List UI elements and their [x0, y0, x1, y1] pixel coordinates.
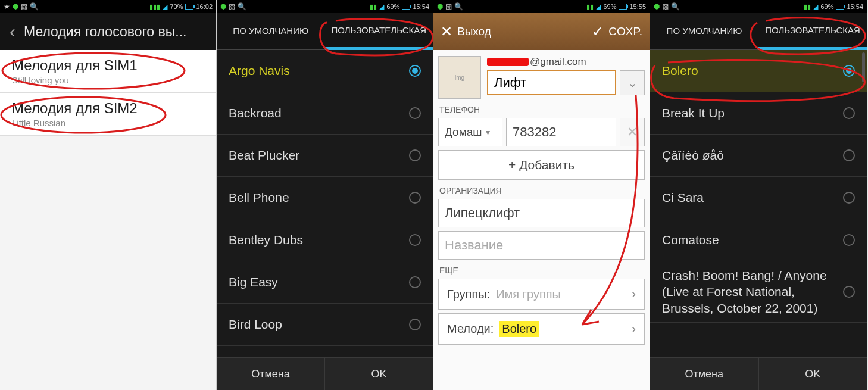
radio-icon	[409, 319, 421, 330]
search-icon: 🔍	[238, 2, 246, 11]
groups-row[interactable]: Группы: Имя группы ›	[438, 279, 645, 310]
signal2-icon: ◢	[163, 3, 167, 11]
chevron-right-icon: ›	[632, 322, 636, 337]
clock: 15:54	[413, 3, 429, 10]
save-button[interactable]: ✓ COXP.	[592, 23, 642, 40]
tab-default[interactable]: ПО УМОЛЧАНИЮ	[217, 13, 325, 50]
row-title: Мелодия для SIM2	[12, 100, 204, 117]
radio-icon	[409, 107, 421, 119]
check-icon: ✓	[592, 23, 604, 40]
org-title-field[interactable]: Название	[438, 231, 645, 260]
signal-icon: ▮▮	[370, 3, 377, 11]
section-phone: ТЕЛЕФОН	[439, 105, 644, 114]
ringtone-label: Çâîíèò øåô	[662, 148, 724, 163]
clock: 16:02	[196, 3, 213, 10]
ringtone-row[interactable]: Ci Sara	[650, 177, 867, 219]
ringtone-list[interactable]: Bolero Break It Up Çâîíèò øåô Ci Sara Co…	[650, 50, 867, 357]
battery-pct: 70%	[170, 3, 183, 10]
avatar[interactable]: img	[438, 56, 481, 99]
ringtone-label: Argo Navis	[229, 64, 290, 78]
scrollbar[interactable]	[862, 52, 865, 82]
contact-editor: img @gmail.com Лифт ⌄ ТЕЛЕФОН	[433, 50, 650, 390]
signal-icon: ▮▮	[804, 3, 811, 11]
radio-icon	[843, 149, 855, 161]
phone-type-select[interactable]: Домаш ▾	[438, 118, 502, 146]
tabs: ПО УМОЛЧАНИЮ ПОЛЬЗОВАТЕЛЬСКАЯ	[217, 13, 433, 50]
phone-screen-1: ★ ⬢ ▧ 🔍 ▮▮▮ ◢ 70% 16:02 ‹ Мелодия голосо…	[0, 0, 217, 390]
ringtone-row[interactable]: Çâîíèò øåô	[650, 135, 867, 177]
ringtone-row[interactable]: Мелоди: Bolero ›	[438, 313, 645, 345]
chevron-down-icon: ▾	[486, 127, 490, 137]
shield-icon: ⬢	[654, 2, 660, 11]
ringtone-label: Comatose	[662, 233, 719, 247]
ringtone-row[interactable]: Beat Plucker	[217, 135, 433, 177]
chevron-down-icon: ⌄	[627, 76, 638, 90]
row-title: Мелодия для SIM1	[12, 57, 204, 74]
sim2-ringtone-row[interactable]: Мелодия для SIM2 Little Russian	[0, 93, 216, 136]
ringtone-row[interactable]: Crash! Boom! Bang! / Anyone (Live at For…	[650, 261, 867, 323]
section-org: ОРГАНИЗАЦИЯ	[439, 186, 644, 195]
clear-phone-button[interactable]: ✕	[620, 118, 645, 146]
radio-icon	[843, 65, 855, 77]
shield-icon: ⬢	[437, 2, 443, 11]
ok-button[interactable]: OK	[759, 358, 867, 390]
signal2-icon: ◢	[379, 3, 384, 11]
close-icon: ✕	[627, 124, 638, 140]
ok-button[interactable]: OK	[325, 358, 433, 390]
tab-custom[interactable]: ПОЛЬЗОВАТЕЛЬСКАЯ	[325, 13, 433, 50]
header: ‹ Мелодия голосового вы...	[0, 13, 216, 50]
ringtone-row[interactable]: Backroad	[217, 92, 433, 135]
ringtone-row[interactable]: Argo Navis	[217, 50, 433, 92]
clock: 15:54	[847, 3, 863, 10]
ringtone-row[interactable]: Bell Phone	[217, 177, 433, 219]
status-bar: ★ ⬢ ▧ 🔍 ▮▮▮ ◢ 70% 16:02	[0, 0, 216, 13]
sim1-ringtone-row[interactable]: Мелодия для SIM1 Still loving you	[0, 50, 216, 93]
ringtone-label: Crash! Boom! Bang! / Anyone (Live at For…	[662, 267, 829, 316]
ringtone-picker: ПО УМОЛЧАНИЮ ПОЛЬЗОВАТЕЛЬСКАЯ Argo Navis…	[217, 13, 433, 390]
shield-icon: ⬢	[13, 2, 18, 11]
ringtone-row[interactable]: Big Easy	[217, 261, 433, 304]
ringtone-row[interactable]: Bentley Dubs	[217, 219, 433, 261]
groups-label: Группы:	[447, 288, 490, 301]
battery-icon	[185, 4, 193, 10]
ringtone-list[interactable]: Argo Navis Backroad Beat Plucker Bell Ph…	[217, 50, 433, 357]
search-icon: 🔍	[671, 2, 680, 11]
add-phone-button[interactable]: + Добавить	[438, 150, 645, 180]
save-label: COXP.	[608, 25, 642, 38]
ringtone-row[interactable]: Break It Up	[650, 92, 867, 135]
phone-screen-3: ⬢ ▧ 🔍 ▮▮ ◢ 69% 15:55 ✕ Выход ✓ COXP. img	[433, 0, 650, 390]
picture-icon: ▧	[445, 2, 452, 11]
ringtone-row[interactable]: Bolero	[650, 50, 867, 92]
clock: 15:55	[629, 3, 646, 10]
cancel-button[interactable]: Отмена	[650, 358, 759, 390]
status-bar: ⬢ ▧ 🔍 ▮▮ ◢ 69% 15:54	[650, 0, 867, 13]
back-button[interactable]: ‹	[4, 20, 21, 43]
ringtone-row[interactable]: Bird Loop	[217, 304, 433, 346]
expand-name-button[interactable]: ⌄	[620, 70, 645, 95]
tabs: ПО УМОЛЧАНИЮ ПОЛЬЗОВАТЕЛЬСКАЯ	[650, 13, 867, 50]
signal2-icon: ◢	[596, 3, 601, 11]
battery-icon	[619, 4, 627, 10]
ringtone-label: Ci Sara	[662, 191, 704, 205]
close-icon: ✕	[441, 23, 452, 40]
ringtone-value: Bolero	[499, 321, 539, 337]
row-subtitle: Little Russian	[12, 118, 204, 128]
ringtone-label: Bird Loop	[229, 317, 282, 332]
name-field[interactable]: Лифт	[487, 70, 616, 95]
radio-icon	[409, 192, 421, 204]
chevron-right-icon: ›	[632, 286, 636, 302]
ringtone-picker: ПО УМОЛЧАНИЮ ПОЛЬЗОВАТЕЛЬСКАЯ Bolero Bre…	[650, 13, 867, 390]
battery-pct: 69%	[820, 3, 833, 10]
phone-field[interactable]: 783282	[506, 118, 616, 146]
ringtone-label: Bolero	[662, 64, 698, 78]
ringtone-label: Beat Plucker	[229, 148, 299, 163]
email-suffix: @gmail.com	[530, 56, 586, 68]
exit-button[interactable]: ✕ Выход	[441, 23, 491, 40]
ringtone-row[interactable]: Comatose	[650, 219, 867, 261]
battery-pct: 69%	[386, 3, 399, 10]
cancel-button[interactable]: Отмена	[217, 358, 325, 390]
battery-icon	[836, 4, 844, 10]
org-company-field[interactable]: Липецклифт	[438, 199, 645, 227]
tab-default[interactable]: ПО УМОЛЧАНИЮ	[650, 13, 758, 50]
tab-custom[interactable]: ПОЛЬЗОВАТЕЛЬСКАЯ	[758, 13, 867, 50]
